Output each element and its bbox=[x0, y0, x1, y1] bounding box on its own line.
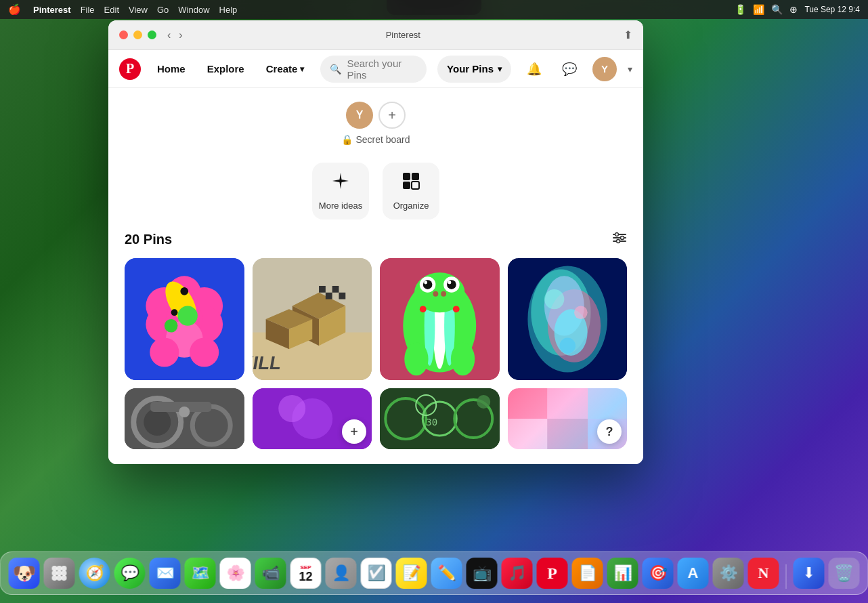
svg-point-24 bbox=[171, 309, 178, 316]
your-pins-button[interactable]: Your Pins ▾ bbox=[437, 56, 511, 83]
menubar-view[interactable]: View bbox=[129, 5, 148, 15]
menubar-window[interactable]: Window bbox=[178, 5, 209, 15]
dock-item-appletv[interactable]: 📺 bbox=[466, 558, 498, 589]
search-placeholder: Search your Pins bbox=[347, 58, 417, 81]
add-pin-button[interactable]: + bbox=[342, 419, 366, 444]
close-button[interactable] bbox=[119, 30, 128, 39]
dock-item-pages[interactable]: 📄 bbox=[572, 558, 603, 589]
svg-point-96 bbox=[62, 575, 67, 581]
more-options-button[interactable]: ? bbox=[597, 419, 622, 444]
svg-rect-0 bbox=[403, 173, 410, 180]
menubar-file[interactable]: File bbox=[81, 5, 95, 15]
dock-item-appstore[interactable]: A bbox=[678, 558, 709, 589]
svg-point-64 bbox=[559, 337, 576, 354]
dock-item-pinterest[interactable]: P bbox=[537, 558, 568, 589]
dock-item-news[interactable]: N bbox=[748, 558, 779, 589]
nav-chevron-icon[interactable]: ▾ bbox=[628, 64, 632, 75]
dock-item-numbers[interactable]: 📊 bbox=[607, 558, 638, 589]
home-nav-link[interactable]: Home bbox=[152, 59, 191, 79]
svg-rect-82 bbox=[508, 388, 547, 419]
fullscreen-button[interactable] bbox=[148, 30, 156, 39]
pin-item[interactable]: 30 bbox=[380, 388, 500, 449]
dock-item-downloader[interactable]: ⬇ bbox=[794, 558, 825, 589]
explore-nav-link[interactable]: Explore bbox=[202, 59, 250, 79]
search-bar[interactable]: 🔍 Search your Pins bbox=[320, 56, 427, 83]
more-ideas-label: More ideas bbox=[319, 201, 362, 211]
dock-item-keynote[interactable]: 🎯 bbox=[643, 558, 674, 589]
dock-item-trash[interactable]: 🗑️ bbox=[829, 558, 860, 589]
pins-header: 20 Pins bbox=[125, 230, 627, 249]
svg-point-63 bbox=[574, 306, 588, 319]
dock-item-facetime[interactable]: 📹 bbox=[255, 558, 286, 589]
svg-point-90 bbox=[62, 566, 67, 571]
minimize-button[interactable] bbox=[133, 30, 142, 39]
back-button[interactable]: ‹ bbox=[167, 29, 171, 41]
svg-rect-3 bbox=[412, 182, 419, 189]
dock-item-finder[interactable]: 🐶 bbox=[9, 558, 40, 589]
pin-item[interactable] bbox=[125, 388, 244, 449]
dock-item-calendar[interactable]: SEP 12 bbox=[290, 558, 322, 589]
dock-item-messages[interactable]: 💬 bbox=[114, 558, 146, 589]
pinterest-logo[interactable]: P bbox=[119, 58, 141, 80]
svg-point-94 bbox=[52, 575, 58, 581]
svg-point-48 bbox=[424, 281, 427, 285]
board-add-button[interactable]: + bbox=[378, 102, 406, 129]
create-nav-button[interactable]: Create ▾ bbox=[261, 59, 310, 79]
svg-rect-86 bbox=[547, 419, 588, 449]
pin-item[interactable] bbox=[508, 258, 628, 380]
pin-item[interactable] bbox=[125, 258, 244, 380]
menubar-go[interactable]: Go bbox=[157, 5, 169, 15]
dock-divider bbox=[786, 564, 787, 589]
dock-item-mail[interactable]: ✉️ bbox=[150, 558, 181, 589]
board-user-avatar[interactable]: Y bbox=[346, 102, 373, 129]
svg-rect-83 bbox=[547, 388, 588, 419]
dock-item-contacts[interactable]: 👤 bbox=[326, 558, 357, 589]
organize-button[interactable]: Organize bbox=[383, 163, 439, 220]
menubar-edit[interactable]: Edit bbox=[104, 5, 119, 15]
pin-item[interactable]: + bbox=[253, 388, 372, 449]
dock-item-music[interactable]: 🎵 bbox=[502, 558, 533, 589]
window-titlebar: ‹ › Pinterest ⬆ bbox=[108, 20, 643, 50]
messages-button[interactable]: 💬 bbox=[557, 57, 582, 81]
svg-point-91 bbox=[52, 570, 58, 576]
dock-item-launchpad[interactable] bbox=[44, 558, 75, 589]
svg-point-70 bbox=[179, 407, 190, 417]
menubar-app-name[interactable]: Pinterest bbox=[33, 5, 71, 15]
svg-point-55 bbox=[451, 342, 475, 375]
svg-rect-35 bbox=[325, 293, 332, 299]
apple-menu[interactable]: 🍎 bbox=[8, 3, 21, 16]
wifi-icon: 📶 bbox=[753, 4, 764, 15]
dock-item-freeform[interactable]: ✏️ bbox=[431, 558, 462, 589]
traffic-lights bbox=[119, 30, 156, 39]
menubar-help[interactable]: Help bbox=[219, 5, 238, 15]
secret-board-label: 🔒 Secret board bbox=[341, 134, 410, 145]
user-avatar[interactable]: Y bbox=[592, 57, 617, 81]
pins-grid-bottom: + 30 bbox=[125, 388, 627, 449]
organize-label: Organize bbox=[393, 201, 429, 211]
share-button[interactable]: ⬆ bbox=[624, 28, 632, 41]
notifications-button[interactable]: 🔔 bbox=[522, 57, 546, 81]
main-content: Y + 🔒 Secret board More ideas bbox=[108, 88, 643, 464]
lock-icon: 🔒 bbox=[341, 134, 353, 145]
more-ideas-button[interactable]: More ideas bbox=[312, 163, 369, 220]
dock-item-settings[interactable]: ⚙️ bbox=[713, 558, 744, 589]
menubar-left: 🍎 Pinterest File Edit View Go Window Hel… bbox=[8, 3, 237, 16]
svg-point-9 bbox=[617, 240, 620, 243]
dock-item-notes[interactable]: 📝 bbox=[396, 558, 427, 589]
search-menubar-icon[interactable]: 🔍 bbox=[771, 4, 783, 15]
dock-item-maps[interactable]: 🗺️ bbox=[185, 558, 216, 589]
pin-item[interactable]: KILL bbox=[253, 258, 372, 380]
control-center-icon[interactable]: ⊕ bbox=[789, 4, 798, 15]
dock-item-safari[interactable]: 🧭 bbox=[79, 558, 110, 589]
svg-point-67 bbox=[144, 409, 171, 436]
svg-point-19 bbox=[190, 337, 219, 367]
svg-point-92 bbox=[57, 570, 62, 576]
svg-text:KILL: KILL bbox=[253, 352, 283, 373]
svg-point-80 bbox=[477, 395, 490, 409]
svg-point-51 bbox=[441, 291, 446, 297]
filter-icon[interactable] bbox=[612, 230, 627, 249]
dock-item-photos[interactable]: 🌸 bbox=[220, 558, 251, 589]
pin-item[interactable]: ? bbox=[508, 388, 628, 449]
dock-item-reminders[interactable]: ☑️ bbox=[361, 558, 392, 589]
pin-item[interactable] bbox=[380, 258, 500, 380]
